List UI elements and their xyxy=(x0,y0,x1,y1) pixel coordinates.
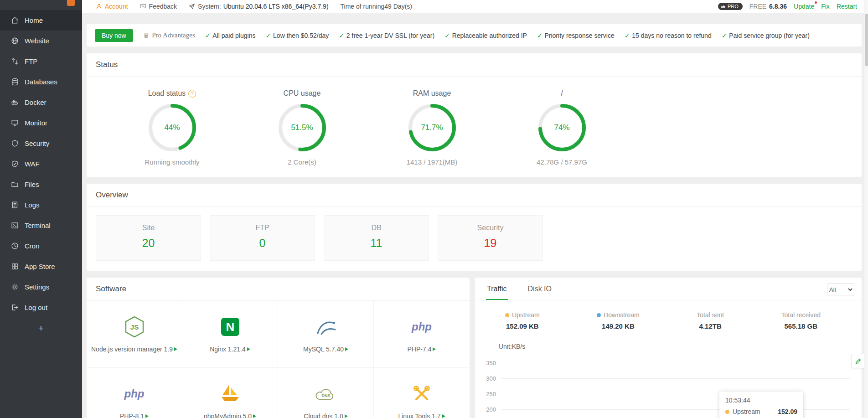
overview-title: Overview xyxy=(87,184,862,207)
sidebar-item-app-store[interactable]: App Store xyxy=(0,256,82,277)
gridline xyxy=(501,378,850,379)
sidebar-item-docker[interactable]: Docker xyxy=(0,92,82,113)
sidebar-item-logs[interactable]: Logs xyxy=(0,195,82,215)
pro-promo-bar: Buy now ♛ Pro Advantages ✓All paid plugi… xyxy=(87,24,862,46)
nginx-icon: N xyxy=(220,315,240,338)
software-cloud-dns[interactable]: DNS Cloud dns 1.0 xyxy=(278,368,374,418)
overview-security[interactable]: Security 19 xyxy=(438,215,543,261)
home-icon xyxy=(11,16,19,24)
software-mysql[interactable]: MySQL 5.7.40 xyxy=(278,301,374,368)
gauge-sub-label: Running smoothly xyxy=(145,158,199,166)
check-icon: ✓ xyxy=(444,31,450,40)
sidebar-item-files[interactable]: Files xyxy=(0,174,82,195)
software-php74[interactable]: php PHP-7.4 xyxy=(374,301,470,368)
database-icon xyxy=(11,78,19,86)
overview-db[interactable]: DB 11 xyxy=(324,215,429,261)
uptime-info: Time of running49 Day(s) xyxy=(341,3,412,10)
software-php81[interactable]: php PHP-8.1 xyxy=(87,368,182,418)
overview-value: 20 xyxy=(96,237,201,250)
software-section: Software JS Node.js version manager 1.9 … xyxy=(87,278,470,418)
software-title: Software xyxy=(87,278,470,301)
software-nginx[interactable]: N Nginx 1.21.4 xyxy=(182,301,278,368)
traffic-filter-select[interactable]: All xyxy=(827,284,854,295)
status-section: Status Load status? 44% Running smoothly… xyxy=(87,53,862,177)
sidebar-item-label: WAF xyxy=(25,160,40,168)
traffic-tabs: Traffic Disk IO xyxy=(475,278,862,300)
tab-disk-io[interactable]: Disk IO xyxy=(527,278,553,300)
tab-traffic[interactable]: Traffic xyxy=(486,278,508,300)
gauge-ring: 71.7% xyxy=(408,103,456,152)
linux-tools-icon xyxy=(411,382,432,405)
gauge-disk-root: / 74% 42.78G / 57.97G xyxy=(497,89,627,166)
sidebar-item-waf[interactable]: WAF xyxy=(0,154,82,174)
page-scrollbar[interactable] xyxy=(864,0,868,418)
sidebar-item-website[interactable]: Website xyxy=(0,31,82,51)
sidebar-item-terminal[interactable]: Terminal xyxy=(0,215,82,236)
sidebar-item-logout[interactable]: Log out xyxy=(0,297,82,318)
gauge-value: 44% xyxy=(148,103,196,152)
help-icon[interactable]: ? xyxy=(188,90,196,98)
restart-link[interactable]: Restart xyxy=(837,3,857,10)
gauge-label: CPU usage xyxy=(284,89,321,98)
sidebar-item-label: Security xyxy=(25,139,49,147)
crown-icon xyxy=(721,5,726,9)
clock-icon xyxy=(11,242,19,250)
promo-feature: ✓2 free 1-year DV SSL (for year) xyxy=(339,31,434,40)
gauge-label: RAM usage xyxy=(413,89,451,98)
overview-site[interactable]: Site 20 xyxy=(96,215,201,261)
legend-total-received: Total received 565.18 GB xyxy=(781,311,821,330)
logs-icon xyxy=(11,201,19,209)
system-info: System:Ubuntu 20.04.6 LTS x86_64(Py3.7.9… xyxy=(189,3,328,10)
promo-feature: ✓Low then $0.52/day xyxy=(265,31,329,40)
sidebar-item-security[interactable]: Security xyxy=(0,133,82,154)
crown-icon: ♛ xyxy=(143,31,149,40)
promo-feature: ✓Replaceable authorized IP xyxy=(444,31,527,40)
feedback-link[interactable]: Feedback xyxy=(140,3,177,10)
downstream-dot-icon xyxy=(597,313,601,317)
sidebar-item-monitor[interactable]: Monitor xyxy=(0,113,82,133)
status-title: Status xyxy=(87,53,862,77)
gauge-ring: 44% xyxy=(148,103,196,152)
software-name: Cloud dns 1.0 xyxy=(304,413,347,418)
ftp-transfer-icon xyxy=(11,57,19,65)
app-grid-icon xyxy=(11,263,19,270)
edge-edit-button[interactable] xyxy=(852,354,864,368)
software-nodejs[interactable]: JS Node.js version manager 1.9 xyxy=(87,301,182,368)
gauge-load-status: Load status? 44% Running smoothly xyxy=(107,89,237,166)
run-icon xyxy=(174,347,177,351)
gauge-sub-label: 1413 / 1971(MB) xyxy=(407,158,458,166)
software-name: PHP-8.1 xyxy=(120,413,149,418)
promo-feature: ✓All paid plugins xyxy=(205,31,256,40)
promo-feature: ✓Priority response service xyxy=(537,31,615,40)
shield-icon xyxy=(11,139,19,147)
update-link[interactable]: Update xyxy=(794,3,814,10)
overview-ftp[interactable]: FTP 0 xyxy=(210,215,315,261)
sidebar-item-home[interactable]: Home xyxy=(0,10,82,31)
check-icon: ✓ xyxy=(625,31,630,40)
gauge-sub-label: 2 Core(s) xyxy=(288,158,316,166)
fix-link[interactable]: Fix xyxy=(821,3,830,10)
sidebar-item-cron[interactable]: Cron xyxy=(0,236,82,256)
terminal-icon xyxy=(11,222,19,229)
chart-tooltip: 10:53:44 Upstream 152.09 Downstream 149.… xyxy=(719,392,803,418)
tooltip-time: 10:53:44 xyxy=(725,397,797,404)
buy-now-button[interactable]: Buy now xyxy=(95,29,133,42)
scrollbar-thumb[interactable] xyxy=(865,14,868,66)
gauge-cpu: CPU usage 51.5% 2 Core(s) xyxy=(237,89,367,166)
sidebar: Home Website FTP Databases Docker Monito… xyxy=(0,0,82,418)
sidebar-item-label: Terminal xyxy=(25,222,51,229)
sidebar-item-settings[interactable]: Settings xyxy=(0,277,82,297)
svg-text:DNS: DNS xyxy=(321,393,330,398)
gauge-value: 74% xyxy=(538,103,586,152)
sidebar-item-label: Docker xyxy=(25,98,46,106)
software-phpmyadmin[interactable]: phpMyAdmin 5.0 xyxy=(182,368,278,418)
phpmyadmin-icon xyxy=(220,382,241,405)
tooltip-upstream: Upstream 152.09 xyxy=(725,408,797,415)
account-link[interactable]: Account xyxy=(96,3,128,10)
sidebar-item-ftp[interactable]: FTP xyxy=(0,51,82,72)
sidebar-item-databases[interactable]: Databases xyxy=(0,72,82,92)
sidebar-add-button[interactable]: + xyxy=(0,318,82,338)
sidebar-logo-area xyxy=(0,0,82,10)
software-linux-tools[interactable]: Linux Tools 1.7 xyxy=(374,368,470,418)
overview-label: Site xyxy=(96,224,201,232)
